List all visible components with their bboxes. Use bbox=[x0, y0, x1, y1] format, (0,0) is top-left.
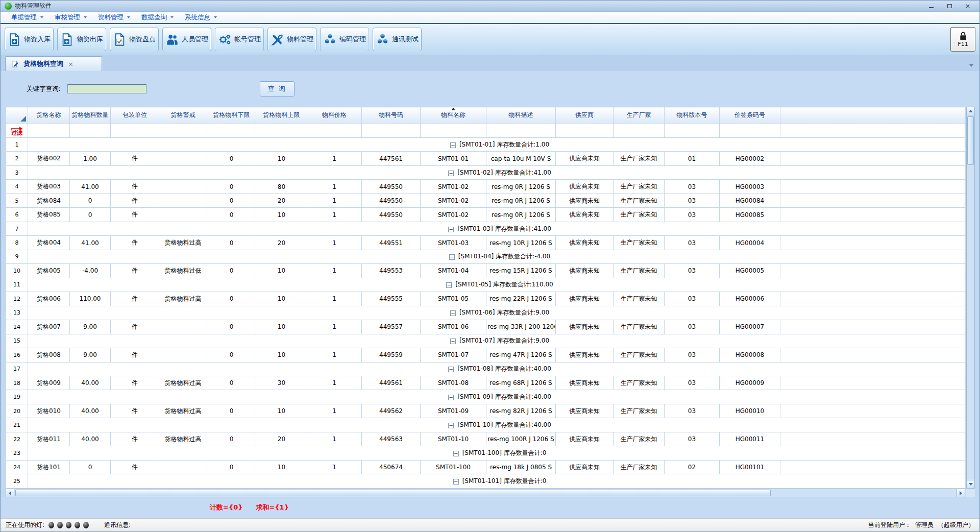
grid-cell[interactable]: SMT01-08 bbox=[421, 376, 486, 390]
corner-cell[interactable] bbox=[6, 107, 28, 124]
warning-cell[interactable]: 货格物料过低 bbox=[159, 264, 207, 278]
grid-cell[interactable]: 生产厂家未知 bbox=[614, 376, 665, 390]
group-header-cell[interactable]: −[SMT01-08] 库存数量合计:40.00 bbox=[28, 362, 965, 376]
column-header-sorted[interactable]: 物料名称 bbox=[421, 107, 486, 124]
filter-cell[interactable] bbox=[256, 124, 307, 138]
table-row[interactable]: 10货格005-4.00件货格物料过低0101449553SMT01-04res… bbox=[6, 264, 965, 278]
grid-cell[interactable]: SMT01-10 bbox=[421, 432, 486, 446]
grid-cell[interactable]: 449563 bbox=[362, 432, 421, 446]
grid-cell[interactable]: 449559 bbox=[362, 348, 421, 362]
group-header-cell[interactable]: −[SMT01-101] 库存数量合计:0 bbox=[28, 474, 965, 489]
grid-cell[interactable]: res-mg 22R J 1206 S bbox=[486, 292, 556, 306]
grid-cell[interactable]: HG00004 bbox=[720, 236, 780, 250]
group-header-cell[interactable]: −[SMT01-07] 库存数量合计:9.00 bbox=[28, 334, 965, 348]
grid-cell[interactable]: 生产厂家未知 bbox=[614, 432, 665, 446]
grid-cell[interactable]: SMT01-03 bbox=[421, 236, 486, 250]
grid-cell[interactable]: 0 bbox=[207, 376, 256, 390]
vertical-scroll-thumb[interactable] bbox=[967, 116, 974, 165]
grid-cell[interactable]: 10 bbox=[256, 348, 307, 362]
grid-cell[interactable]: 110.00 bbox=[70, 292, 111, 306]
grid-cell[interactable]: 0 bbox=[207, 432, 256, 446]
grid-cell[interactable]: 03 bbox=[665, 404, 720, 418]
grid-cell[interactable]: 生产厂家未知 bbox=[614, 208, 665, 222]
grid-cell[interactable]: 1 bbox=[307, 348, 362, 362]
scroll-left-button[interactable] bbox=[6, 489, 14, 497]
grid-cell[interactable]: 20 bbox=[256, 194, 307, 207]
grid-cell[interactable]: res-mg 10R J 1206 S bbox=[486, 236, 556, 250]
grid-cell[interactable]: 货格002 bbox=[28, 152, 70, 165]
menu-item-document-management[interactable]: 单据管理 bbox=[6, 12, 49, 23]
horizontal-scrollbar[interactable] bbox=[6, 489, 965, 497]
grid-cell[interactable]: 供应商未知 bbox=[556, 348, 614, 362]
close-button[interactable]: × bbox=[960, 2, 975, 10]
grid-cell[interactable] bbox=[159, 460, 207, 474]
grid-cell[interactable]: 1 bbox=[307, 236, 362, 250]
column-header[interactable]: 生产厂家 bbox=[614, 107, 665, 124]
column-header[interactable]: 物料号码 bbox=[362, 107, 421, 124]
grid-cell[interactable]: 件 bbox=[111, 376, 159, 390]
table-row[interactable]: 6货格0850件0101449550SMT01-02res-mg 0R J 12… bbox=[6, 208, 965, 222]
grid-cell[interactable]: 449550 bbox=[362, 194, 421, 207]
group-row[interactable]: 15−[SMT01-07] 库存数量合计:9.00 bbox=[6, 334, 965, 348]
grid-cell[interactable]: 9.00 bbox=[70, 348, 111, 362]
grid-cell[interactable]: 货格009 bbox=[28, 376, 70, 390]
grid-cell[interactable]: 供应商未知 bbox=[556, 194, 614, 207]
group-row[interactable]: 9−[SMT01-04] 库存数量合计:-4.00 bbox=[6, 250, 965, 263]
grid-cell[interactable]: 供应商未知 bbox=[556, 292, 614, 306]
grid-cell[interactable]: 件 bbox=[111, 194, 159, 207]
grid-cell[interactable]: 03 bbox=[665, 236, 720, 250]
collapse-icon[interactable]: − bbox=[448, 423, 454, 428]
grid-cell[interactable]: HG00085 bbox=[720, 208, 780, 222]
collapse-icon[interactable]: − bbox=[448, 171, 454, 176]
table-row[interactable]: 12货格006110.00件货格物料过高0101449555SMT01-05re… bbox=[6, 292, 965, 306]
grid-cell[interactable]: HG00101 bbox=[720, 460, 780, 474]
grid-cell[interactable]: 0 bbox=[207, 348, 256, 362]
scroll-right-button[interactable] bbox=[957, 489, 965, 497]
query-button[interactable]: 查 询 bbox=[260, 81, 295, 96]
grid-cell[interactable]: 0 bbox=[207, 194, 256, 207]
group-row[interactable]: 1−[SMT01-01] 库存数量合计:1.00 bbox=[6, 138, 965, 152]
grid-cell[interactable]: SMT01-02 bbox=[421, 194, 486, 207]
collapse-icon[interactable]: − bbox=[450, 310, 456, 316]
filter-cell[interactable] bbox=[614, 124, 665, 138]
collapse-icon[interactable]: − bbox=[450, 142, 456, 148]
grid-cell[interactable]: 货格085 bbox=[28, 208, 70, 222]
grid-cell[interactable]: 件 bbox=[111, 432, 159, 446]
grid-cell[interactable]: res-mg 100R J 1206 S bbox=[486, 432, 556, 446]
group-header-cell[interactable]: −[SMT01-09] 库存数量合计:40.00 bbox=[28, 390, 965, 404]
grid-cell[interactable]: 货格084 bbox=[28, 194, 70, 207]
grid-cell[interactable]: res-mg 0R J 1206 S bbox=[486, 180, 556, 194]
minimize-button[interactable] bbox=[923, 2, 939, 10]
menu-item-data-management[interactable]: 资料管理 bbox=[92, 12, 136, 23]
filter-cell[interactable] bbox=[665, 124, 720, 138]
grid-cell[interactable]: 件 bbox=[111, 152, 159, 165]
grid-cell[interactable]: 40.00 bbox=[70, 376, 111, 390]
collapse-icon[interactable]: − bbox=[449, 254, 455, 260]
group-row[interactable]: 17−[SMT01-08] 库存数量合计:40.00 bbox=[6, 362, 965, 376]
grid-cell[interactable]: res-mg 33R J 200 1206 S bbox=[486, 320, 556, 334]
group-row[interactable]: 19−[SMT01-09] 库存数量合计:40.00 bbox=[6, 390, 965, 404]
grid-cell[interactable]: 供应商未知 bbox=[556, 208, 614, 222]
warning-cell[interactable]: 货格物料过高 bbox=[159, 404, 207, 418]
tab-close-icon[interactable]: × bbox=[68, 61, 74, 67]
grid-cell[interactable]: 01 bbox=[665, 152, 720, 165]
grid-cell[interactable]: 449551 bbox=[362, 236, 421, 250]
grid-cell[interactable]: 20 bbox=[256, 432, 307, 446]
table-row[interactable]: 5货格0840件0201449550SMT01-02res-mg 0R J 12… bbox=[6, 194, 965, 207]
grid-cell[interactable]: 件 bbox=[111, 320, 159, 334]
grid-cell[interactable]: 供应商未知 bbox=[556, 264, 614, 278]
grid-cell[interactable]: 03 bbox=[665, 432, 720, 446]
tab-cargo-material-query[interactable]: 货格物料查询 × bbox=[5, 56, 102, 71]
table-row[interactable]: 14货格0079.00件0101449557SMT01-06res-mg 33R… bbox=[6, 320, 965, 334]
grid-cell[interactable]: 生产厂家未知 bbox=[614, 180, 665, 194]
grid-cell[interactable]: 10 bbox=[256, 460, 307, 474]
table-row[interactable]: 22货格01140.00件货格物料过高0201449563SMT01-10res… bbox=[6, 432, 965, 446]
filter-cell[interactable] bbox=[70, 124, 111, 138]
grid-cell[interactable]: 件 bbox=[111, 236, 159, 250]
grid-cell[interactable]: 供应商未知 bbox=[556, 404, 614, 418]
grid-cell[interactable]: 20 bbox=[256, 236, 307, 250]
grid-cell[interactable]: res-mg 68R J 1206 S bbox=[486, 376, 556, 390]
collapse-icon[interactable]: − bbox=[450, 338, 456, 344]
grid-cell[interactable]: SMT01-09 bbox=[421, 404, 486, 418]
warning-cell[interactable]: 货格物料过高 bbox=[159, 292, 207, 306]
